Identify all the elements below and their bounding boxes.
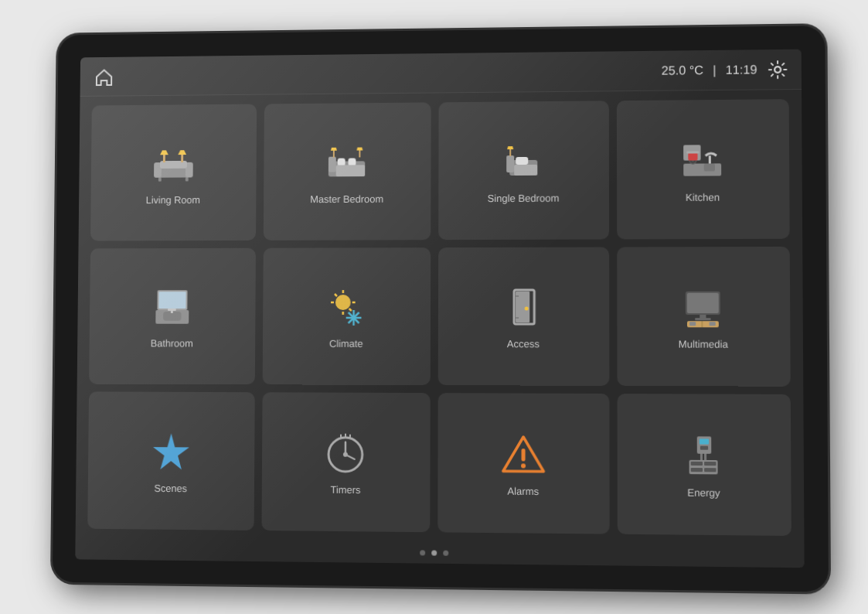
svg-rect-83 — [704, 462, 716, 466]
svg-marker-65 — [152, 433, 189, 469]
svg-point-75 — [520, 464, 525, 469]
access-icon — [498, 282, 547, 332]
living-room-icon — [148, 139, 197, 188]
dot-3[interactable] — [442, 550, 448, 555]
header-bar: 25.0 °C | 11:19 — [80, 49, 801, 97]
svg-marker-9 — [159, 150, 168, 155]
svg-point-1 — [774, 67, 780, 72]
single-bedroom-label: Single Bedroom — [487, 192, 559, 203]
tile-alarms[interactable]: Alarms — [437, 393, 609, 534]
alarms-icon — [498, 429, 548, 479]
master-bedroom-icon — [322, 138, 371, 187]
svg-rect-27 — [683, 163, 721, 176]
svg-rect-3 — [153, 162, 161, 178]
climate-label: Climate — [328, 338, 363, 350]
energy-icon — [678, 430, 729, 481]
svg-rect-25 — [509, 149, 510, 156]
svg-marker-20 — [356, 147, 363, 150]
tile-scenes[interactable]: Scenes — [87, 392, 254, 530]
dot-1[interactable] — [419, 550, 424, 555]
svg-rect-84 — [690, 468, 702, 472]
svg-rect-74 — [521, 449, 525, 461]
svg-rect-34 — [686, 151, 699, 153]
header-right: 25.0 °C | 11:19 — [661, 58, 788, 81]
screen: 25.0 °C | 11:19 — [75, 49, 804, 568]
svg-rect-22 — [505, 155, 513, 172]
energy-label: Energy — [687, 487, 720, 500]
settings-icon[interactable] — [766, 58, 788, 80]
bathroom-icon — [148, 283, 196, 332]
kitchen-icon — [677, 135, 727, 186]
dot-2[interactable] — [431, 550, 436, 555]
living-room-label: Living Room — [145, 194, 199, 206]
multimedia-icon — [677, 282, 728, 333]
climate-icon — [322, 283, 371, 333]
tile-grid: Living Room — [75, 90, 804, 546]
multimedia-label: Multimedia — [678, 339, 727, 350]
svg-rect-58 — [687, 293, 719, 313]
temperature-display: 25.0 °C — [661, 63, 703, 78]
svg-rect-6 — [158, 178, 161, 182]
svg-rect-19 — [359, 150, 360, 157]
tile-bathroom[interactable]: Bathroom — [89, 247, 255, 384]
svg-rect-31 — [709, 155, 711, 163]
svg-rect-82 — [690, 462, 702, 466]
svg-marker-18 — [331, 148, 337, 151]
tile-climate[interactable]: Climate — [262, 247, 431, 386]
single-bedroom-icon — [498, 137, 547, 186]
tile-living-room[interactable]: Living Room — [90, 104, 257, 241]
svg-rect-78 — [700, 446, 708, 450]
svg-rect-33 — [688, 152, 697, 160]
timers-icon — [321, 428, 370, 479]
kitchen-label: Kitchen — [685, 191, 719, 203]
svg-rect-24 — [513, 165, 536, 176]
tile-timers[interactable]: Timers — [260, 393, 430, 533]
tile-kitchen[interactable]: Kitchen — [616, 99, 789, 239]
header-left — [92, 64, 116, 88]
svg-rect-40 — [167, 309, 175, 311]
svg-rect-60 — [695, 319, 710, 321]
svg-rect-32 — [703, 163, 714, 171]
svg-line-47 — [349, 309, 351, 311]
svg-marker-26 — [506, 146, 512, 149]
svg-rect-17 — [333, 151, 335, 158]
access-label: Access — [506, 339, 539, 350]
svg-rect-79 — [700, 454, 703, 460]
svg-rect-36 — [158, 292, 186, 309]
home-icon[interactable] — [92, 64, 116, 88]
master-bedroom-label: Master Bedroom — [310, 193, 383, 205]
svg-rect-80 — [704, 454, 706, 460]
svg-rect-14 — [337, 158, 345, 165]
timers-label: Timers — [330, 484, 360, 496]
svg-rect-64 — [709, 322, 715, 326]
scenes-label: Scenes — [154, 483, 187, 494]
svg-rect-23 — [515, 157, 527, 165]
tile-energy[interactable]: Energy — [617, 394, 791, 536]
svg-rect-15 — [348, 158, 356, 165]
bathroom-label: Bathroom — [150, 338, 192, 350]
tile-access[interactable]: Access — [437, 247, 608, 386]
svg-rect-77 — [700, 439, 709, 445]
tablet-device: 25.0 °C | 11:19 — [52, 26, 828, 592]
svg-rect-7 — [185, 177, 188, 181]
svg-marker-11 — [178, 150, 186, 155]
svg-rect-16 — [335, 165, 365, 176]
svg-line-69 — [345, 455, 355, 459]
separator: | — [713, 63, 716, 77]
alarms-label: Alarms — [507, 486, 539, 498]
tile-single-bedroom[interactable]: Single Bedroom — [438, 101, 608, 240]
svg-rect-85 — [704, 468, 716, 472]
svg-point-41 — [335, 295, 351, 311]
scenes-icon — [146, 427, 195, 476]
svg-rect-13 — [328, 156, 336, 172]
svg-rect-63 — [689, 322, 696, 326]
tile-multimedia[interactable]: Multimedia — [616, 247, 790, 387]
time-display: 11:19 — [725, 63, 757, 77]
tile-master-bedroom[interactable]: Master Bedroom — [263, 102, 431, 240]
svg-line-46 — [335, 295, 337, 297]
